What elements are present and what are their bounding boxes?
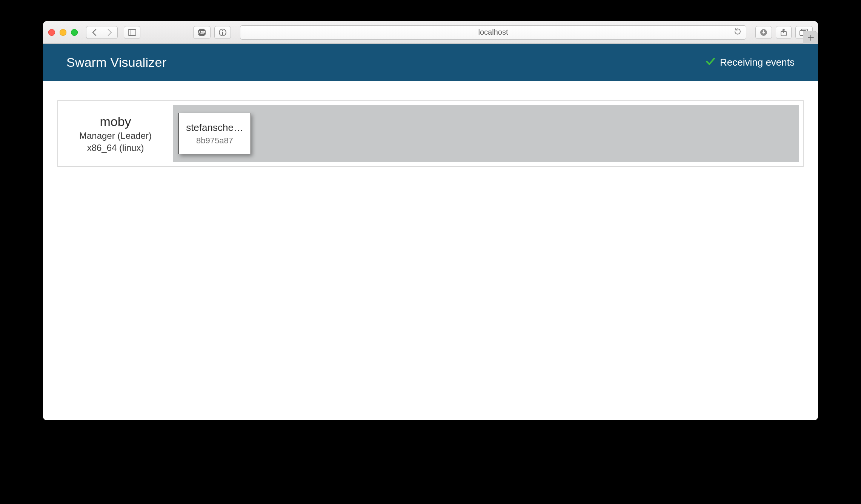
address-text: localhost (478, 28, 508, 37)
node-info: moby Manager (Leader) x86_64 (linux) (58, 101, 173, 166)
connection-status: Receiving events (706, 56, 795, 69)
node-role: Manager (Leader) (79, 131, 152, 141)
node-arch: x86_64 (linux) (87, 143, 144, 153)
app-header: Swarm Visualizer Receiving events (43, 44, 818, 81)
close-window-button[interactable] (48, 29, 55, 36)
status-text: Receiving events (720, 57, 795, 68)
browser-window: ABP localhost (43, 21, 818, 420)
minimize-window-button[interactable] (60, 29, 66, 36)
sidebar-toggle-button[interactable] (124, 26, 140, 39)
check-icon (706, 56, 715, 69)
svg-rect-0 (128, 29, 136, 35)
zoom-window-button[interactable] (71, 29, 78, 36)
nav-buttons (86, 26, 118, 39)
service-name: stefansche… (186, 122, 243, 134)
svg-point-6 (222, 30, 223, 31)
svg-text:ABP: ABP (198, 31, 205, 34)
page-viewport: Swarm Visualizer Receiving events moby M… (43, 44, 818, 420)
forward-button[interactable] (102, 26, 118, 39)
reload-icon[interactable] (734, 28, 741, 37)
new-tab-button[interactable] (803, 31, 818, 44)
app-title: Swarm Visualizer (66, 55, 166, 70)
services-strip: stefansche… 8b975a87 (173, 105, 799, 162)
service-id: 8b975a87 (196, 136, 233, 146)
extension-button[interactable] (214, 26, 231, 39)
node-card: moby Manager (Leader) x86_64 (linux) ste… (57, 100, 804, 167)
main-content: moby Manager (Leader) x86_64 (linux) ste… (43, 81, 818, 186)
address-bar[interactable]: localhost (240, 25, 746, 40)
window-controls (48, 29, 78, 36)
browser-toolbar: ABP localhost (43, 21, 818, 44)
share-button[interactable] (776, 26, 792, 39)
back-button[interactable] (86, 26, 102, 39)
adblock-extension-button[interactable]: ABP (193, 26, 211, 39)
service-tile[interactable]: stefansche… 8b975a87 (178, 113, 251, 154)
downloads-button[interactable] (755, 26, 772, 39)
node-name: moby (100, 114, 131, 129)
